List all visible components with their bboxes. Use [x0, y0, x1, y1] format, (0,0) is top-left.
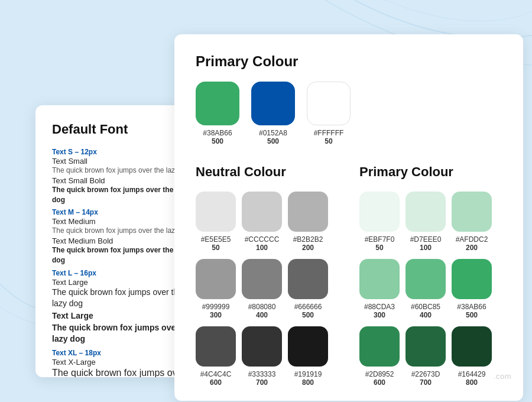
swatch-box-blue	[251, 82, 295, 125]
primary2-row-3: #2D8952 600 #22673D 700 #164429 800	[359, 326, 502, 387]
primary2-weight-700: 700	[420, 378, 432, 387]
font-sample-small-bold: The quick brown fox jumps over the lazy …	[52, 185, 195, 205]
font-name-large-bold-label: Text Large	[52, 310, 195, 322]
primary2-swatch-700: #22673D 700	[406, 326, 446, 387]
neutral-label-50: #E5E5E5	[201, 235, 231, 244]
neutral-row-2: #999999 300 #808080 400 #666666 500	[196, 259, 338, 319]
font-sample-large: The quick brown fox jumps over the lazy …	[52, 287, 195, 310]
primary2-weight-800: 800	[466, 378, 478, 387]
neutral-box-700	[242, 326, 282, 367]
primary2-swatch-50: #EBF7F0 50	[359, 192, 400, 252]
primary2-swatch-200: #AFDDC2 200	[452, 192, 492, 252]
primary2-weight-300: 300	[374, 311, 385, 319]
swatch-label-blue: #0152A8	[259, 129, 287, 137]
neutral-box-50	[196, 192, 236, 232]
swatch-white-50: #FFFFFF 50	[307, 82, 351, 145]
primary2-swatch-800: #164429 800	[452, 326, 492, 387]
typography-title: Default Font	[52, 122, 195, 137]
primary2-weight-600: 600	[374, 378, 385, 387]
neutral-label-100: #CCCCCC	[245, 235, 280, 244]
primary2-swatch-600: #2D8952 600	[359, 326, 400, 387]
primary2-box-700	[406, 326, 446, 367]
neutral-box-300	[196, 259, 236, 299]
neutral-row-1: #E5E5E5 50 #CCCCCC 100 #B2B2B2 200	[196, 192, 338, 252]
neutral-weight-200: 200	[302, 244, 314, 252]
primary2-label-500: #38AB66	[457, 303, 486, 311]
neutral-box-600	[196, 326, 236, 367]
watermark-text: .com	[494, 372, 511, 381]
neutral-box-200	[288, 192, 328, 232]
neutral-swatch-50: #E5E5E5 50	[196, 192, 236, 252]
swatch-weight-blue: 500	[267, 137, 279, 145]
neutral-label-500: #666666	[294, 303, 322, 311]
neutral-swatch-100: #CCCCCC 100	[242, 192, 282, 252]
primary-swatches-row: #38AB66 500 #0152A8 500 #FFFFFF 50	[196, 82, 502, 145]
primary2-weight-100: 100	[420, 244, 432, 252]
font-sample-medium-bold: The quick brown fox jumps over the lazy …	[52, 245, 195, 265]
primary2-box-100	[406, 192, 446, 232]
neutral-weight-100: 100	[256, 244, 268, 252]
neutral-label-400: #808080	[248, 303, 276, 311]
neutral-weight-50: 50	[212, 244, 219, 252]
neutral-box-500	[288, 259, 328, 299]
primary2-weight-50: 50	[375, 244, 383, 252]
primary2-row-2: #88CDA3 300 #60BC85 400 #38AB66 500	[359, 259, 502, 319]
neutral-label-600: #4C4C4C	[200, 370, 232, 378]
swatch-blue-500: #0152A8 500	[251, 82, 295, 145]
neutral-weight-500: 500	[302, 311, 314, 319]
primary2-label-600: #2D8952	[365, 370, 394, 378]
neutral-swatch-300: #999999 300	[196, 259, 236, 319]
primary2-swatch-400: #60BC85 400	[406, 259, 446, 319]
font-section-l: Text L – 16px Text Large The quick brown…	[52, 269, 195, 345]
colour-card: Primary Colour #38AB66 500 #0152A8 500 #…	[174, 34, 523, 401]
primary2-box-200	[452, 192, 492, 232]
font-name-small-bold-label: Text Small Bold	[52, 176, 195, 185]
primary-colour-2-title: Primary Colour	[359, 164, 502, 180]
neutral-box-100	[242, 192, 282, 232]
font-label-s: Text S – 12px	[52, 148, 195, 156]
neutral-box-400	[242, 259, 282, 299]
neutral-swatch-200: #B2B2B2 200	[288, 192, 328, 252]
neutral-weight-600: 600	[210, 378, 222, 387]
swatch-label-white: #FFFFFF	[314, 129, 344, 137]
swatch-weight-white: 50	[325, 137, 332, 145]
font-name-small: Text Small	[52, 157, 195, 166]
two-column-section: Neutral Colour #E5E5E5 50 #CCCCCC 100 #B…	[196, 164, 502, 394]
neutral-label-800: #191919	[294, 370, 322, 378]
primary2-weight-500: 500	[466, 311, 478, 319]
primary2-label-100: #D7EEE0	[410, 235, 442, 244]
swatch-box-green	[196, 82, 239, 125]
primary2-label-700: #22673D	[411, 370, 440, 378]
neutral-row-3: #4C4C4C 600 #333333 700 #191919 800	[196, 326, 338, 387]
font-name-xl: Text X-Large	[52, 358, 195, 367]
primary2-row-1: #EBF7F0 50 #D7EEE0 100 #AFDDC2 200	[359, 192, 502, 252]
primary2-label-50: #EBF7F0	[365, 235, 395, 244]
neutral-swatch-400: #808080 400	[242, 259, 282, 319]
swatch-label-green: #38AB66	[203, 129, 232, 137]
primary2-label-300: #88CDA3	[364, 303, 395, 311]
primary2-swatch-500: #38AB66 500	[452, 259, 492, 319]
primary2-label-800: #164429	[458, 370, 486, 378]
primary-colour-2-section: Primary Colour #EBF7F0 50 #D7EEE0 100 #A…	[359, 164, 502, 394]
font-sample-xl: The quick brown fox jumps over the lazy …	[52, 367, 195, 377]
primary2-label-400: #60BC85	[411, 303, 440, 311]
font-section-m: Text M – 14px Text Medium The quick brow…	[52, 208, 195, 265]
neutral-weight-700: 700	[256, 378, 268, 387]
swatch-weight-green: 500	[212, 137, 223, 145]
neutral-box-800	[288, 326, 328, 367]
neutral-label-700: #333333	[248, 370, 276, 378]
primary2-weight-200: 200	[466, 244, 478, 252]
neutral-swatch-700: #333333 700	[242, 326, 282, 387]
primary2-weight-400: 400	[420, 311, 432, 319]
swatch-box-white	[307, 82, 351, 125]
neutral-colour-section: Neutral Colour #E5E5E5 50 #CCCCCC 100 #B…	[196, 164, 338, 394]
neutral-weight-400: 400	[256, 311, 268, 319]
primary2-box-500	[452, 259, 492, 299]
font-sample-medium: The quick brown fox jumps over the lazy …	[52, 226, 195, 236]
primary2-box-300	[359, 259, 400, 299]
neutral-label-200: #B2B2B2	[293, 235, 323, 244]
neutral-weight-300: 300	[210, 311, 222, 319]
primary2-swatch-100: #D7EEE0 100	[406, 192, 446, 252]
font-label-xl: Text XL – 18px	[52, 349, 195, 357]
primary2-box-600	[359, 326, 400, 367]
